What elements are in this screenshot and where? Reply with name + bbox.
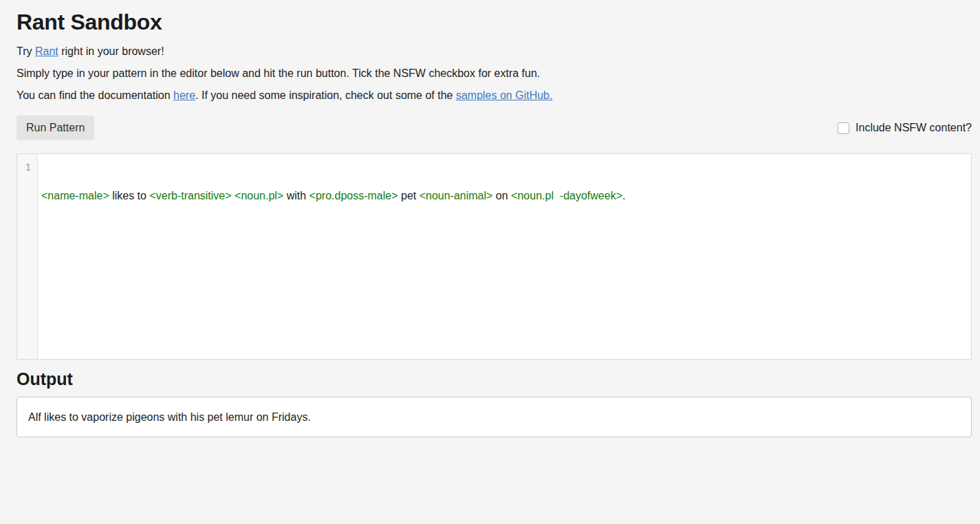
line-number: 1 bbox=[17, 160, 31, 174]
output-heading: Output bbox=[17, 369, 972, 389]
code-token-plain: on bbox=[492, 190, 511, 201]
code-token-tag: <noun.pl> bbox=[235, 190, 283, 201]
code-token-tag: <noun-animal> bbox=[420, 190, 493, 201]
output-box: Alf likes to vaporize pigeons with his p… bbox=[17, 397, 972, 437]
nsfw-checkbox[interactable] bbox=[838, 122, 849, 134]
toolbar: Run Pattern Include NSFW content? bbox=[17, 116, 972, 140]
intro-paragraph-try: Try Rant right in your browser! bbox=[17, 44, 972, 59]
intro-p3-before: You can find the documentation bbox=[17, 89, 173, 101]
pattern-editor[interactable]: 1 <name-male> likes to <verb-transitive>… bbox=[17, 153, 972, 360]
code-line-content[interactable]: <name-male> likes to <verb-transitive> <… bbox=[41, 188, 967, 203]
output-text: Alf likes to vaporize pigeons with his p… bbox=[28, 411, 311, 423]
page: Rant Sandbox Try Rant right in your brow… bbox=[0, 8, 980, 437]
code-token-tag: <name-male> bbox=[41, 190, 109, 201]
code-token-tag: <verb-transitive> bbox=[149, 190, 231, 201]
code-token-plain: likes to bbox=[109, 190, 150, 201]
nsfw-checkbox-label[interactable]: Include NSFW content? bbox=[856, 122, 972, 134]
intro-paragraph-docs: You can find the documentation here. If … bbox=[17, 88, 972, 103]
code-token-tag: <noun.pl -dayofweek> bbox=[511, 190, 622, 201]
code-token-plain: pet bbox=[398, 190, 420, 201]
documentation-link[interactable]: here bbox=[173, 89, 195, 101]
code-token-tag: <pro.dposs-male> bbox=[309, 190, 398, 201]
intro-p1-before: Try bbox=[17, 45, 35, 57]
code-token-plain: . bbox=[622, 190, 625, 201]
code-token-plain: with bbox=[283, 190, 309, 201]
intro-p1-after: right in your browser! bbox=[58, 45, 164, 57]
nsfw-checkbox-field[interactable]: Include NSFW content? bbox=[838, 122, 972, 134]
rant-link[interactable]: Rant bbox=[35, 45, 58, 57]
page-title: Rant Sandbox bbox=[17, 8, 972, 36]
intro-p3-mid: . If you need some inspiration, check ou… bbox=[195, 89, 456, 101]
samples-github-link[interactable]: samples on GitHub. bbox=[456, 89, 553, 101]
editor-code-area[interactable]: <name-male> likes to <verb-transitive> <… bbox=[38, 154, 971, 359]
run-pattern-button[interactable]: Run Pattern bbox=[17, 116, 94, 140]
editor-gutter: 1 bbox=[17, 154, 38, 359]
intro-paragraph-instructions: Simply type in your pattern in the edito… bbox=[17, 66, 972, 81]
